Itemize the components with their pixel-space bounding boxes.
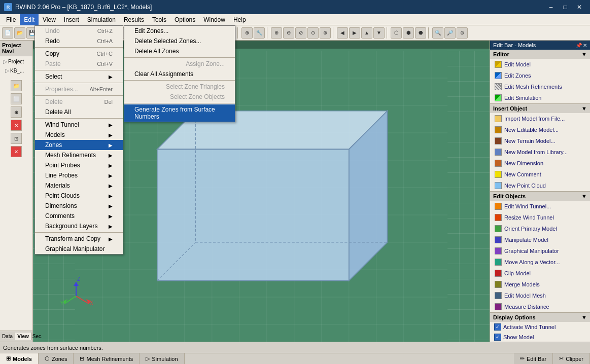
menu-window[interactable]: Window (199, 14, 229, 25)
tb-btn25[interactable]: ▲ (361, 27, 372, 39)
menu-view[interactable]: View (39, 14, 60, 25)
tab-zones[interactable]: ⬡ Zones (39, 353, 74, 365)
edit-objects-header[interactable]: Edit Objects ▼ (490, 192, 590, 201)
panel-edit-zones[interactable]: Edit Zones (490, 70, 590, 81)
dd-undo[interactable]: Undo Ctrl+Z (35, 26, 123, 36)
dd-paste[interactable]: Paste Ctrl+V (35, 59, 123, 69)
dd-models[interactable]: Models ▶ (35, 130, 123, 140)
tab-simulation[interactable]: ▷ Simulation (140, 353, 184, 365)
tb-btn27[interactable]: ⬡ (391, 27, 402, 39)
panel-merge[interactable]: Merge Models (490, 279, 590, 290)
tb-btn31[interactable]: 🔎 (444, 27, 456, 39)
panel-new-comment[interactable]: New Comment (490, 169, 590, 180)
menu-help[interactable]: Help (229, 14, 250, 25)
dd-point-probes[interactable]: Point Probes ▶ (35, 160, 123, 170)
left-icon-3[interactable]: ⊕ (11, 106, 22, 118)
dd-delete-all[interactable]: Delete All (35, 107, 123, 117)
dd-zones[interactable]: Zones ▶ (35, 140, 123, 150)
dd-transform[interactable]: Transform and Copy ▶ (35, 234, 123, 244)
nav-kb[interactable]: ▷ KB_... (1, 66, 31, 75)
panel-new-editable[interactable]: New Editable Model... (490, 124, 590, 135)
tb-btn22[interactable]: ⊛ (320, 27, 331, 39)
tb-btn18[interactable]: ⊕ (271, 27, 282, 39)
panel-edit-model[interactable]: Edit Model (490, 59, 590, 70)
tb-btn26[interactable]: ▼ (373, 27, 385, 39)
panel-move-vector[interactable]: Move Along a Vector... (490, 257, 590, 268)
tab-clipper[interactable]: ✂ Clipper (553, 353, 590, 365)
panel-show-model[interactable]: ✓ Show Model (490, 332, 590, 342)
dd-mesh-ref[interactable]: Mesh Refinements ▶ (35, 150, 123, 160)
dd-redo[interactable]: Redo Ctrl+A (35, 36, 123, 46)
dd-line-probes[interactable]: Line Probes ▶ (35, 170, 123, 180)
dd-materials[interactable]: Materials ▶ (35, 180, 123, 191)
left-icon-5[interactable]: ⊡ (11, 133, 22, 144)
panel-graphical-man[interactable]: Graphical Manipulator (490, 245, 590, 257)
dd-graphical-man[interactable]: Graphical Manipulator (35, 244, 123, 254)
menu-tools[interactable]: Tools (148, 14, 170, 25)
tab-mesh[interactable]: ⊟ Mesh Refinements (74, 353, 140, 365)
dd-wind-tunnel[interactable]: Wind Tunnel ▶ (35, 120, 123, 130)
dd-dimensions[interactable]: Dimensions ▶ (35, 201, 123, 211)
menu-insert[interactable]: Insert (60, 14, 83, 25)
dd-comments[interactable]: Comments ▶ (35, 211, 123, 221)
panel-edit-mesh[interactable]: Edit Mesh Refinements (490, 81, 590, 92)
zones-generate[interactable]: Generate Zones from Surface Numbers (124, 104, 235, 122)
menu-results[interactable]: Results (120, 14, 148, 25)
menu-options[interactable]: Options (170, 14, 199, 25)
menu-edit[interactable]: Edit (20, 14, 39, 25)
tb-open[interactable]: 📂 (14, 27, 25, 39)
dd-bg-layers[interactable]: Background Layers ▶ (35, 221, 123, 231)
panel-clip[interactable]: Clip Model (490, 268, 590, 279)
tab-models[interactable]: ⊞ Models (0, 353, 39, 365)
nav-project[interactable]: ▷ Project (1, 57, 31, 66)
panel-edit-sim[interactable]: Edit Simulation (490, 92, 590, 103)
right-panel-pin[interactable]: 📌 (576, 43, 582, 48)
panel-new-terrain[interactable]: New Terrain Model... (490, 135, 590, 147)
tb-btn32[interactable]: ⊜ (457, 27, 468, 39)
right-panel-close[interactable]: ✕ (583, 43, 587, 48)
zones-select-tri[interactable]: Select Zone Triangles (124, 82, 235, 92)
insert-header[interactable]: Insert Object ▼ (490, 104, 590, 113)
panel-activate-wind[interactable]: ✓ Activate Wind Tunnel (490, 322, 590, 332)
maximize-button[interactable]: □ (559, 2, 572, 12)
close-button[interactable]: ✕ (573, 2, 586, 12)
display-options-header[interactable]: Display Options ▼ (490, 313, 590, 322)
panel-edit-wind[interactable]: Edit Wind Tunnel... (490, 201, 590, 212)
tb-btn21[interactable]: ⊙ (307, 27, 319, 39)
left-icon-6[interactable]: ✕ (11, 146, 22, 157)
zones-edit[interactable]: Edit Zones... (124, 26, 235, 36)
left-tab-data[interactable]: Data (0, 333, 15, 340)
dd-select[interactable]: Select ▶ (35, 71, 123, 82)
dd-point-clouds[interactable]: Point Clouds ▶ (35, 191, 123, 201)
tb-btn30[interactable]: 🔍 (432, 27, 443, 39)
panel-orient-primary[interactable]: Orient Primary Model (490, 223, 590, 234)
menu-simulation[interactable]: Simulation (83, 14, 120, 25)
tb-btn28[interactable]: ⬢ (403, 27, 414, 39)
tb-new[interactable]: 📄 (2, 27, 13, 39)
editor-header[interactable]: Editor ▼ (490, 50, 590, 59)
menu-file[interactable]: File (2, 14, 20, 25)
dd-properties[interactable]: Properties... Alt+Enter (35, 84, 123, 94)
panel-edit-modelmesh[interactable]: Edit Model Mesh (490, 290, 590, 301)
left-tab-sections[interactable]: Sec. (31, 333, 44, 340)
dd-delete[interactable]: Delete Del (35, 97, 123, 107)
left-icon-2[interactable]: ⬜ (11, 93, 22, 104)
tb-btn24[interactable]: ▶ (349, 27, 360, 39)
tb-btn16[interactable]: ⊕ (241, 27, 253, 39)
left-icon-1[interactable]: 📁 (11, 80, 22, 91)
zones-delete-selected[interactable]: Delete Selected Zones... (124, 36, 235, 46)
zones-select-obj[interactable]: Select Zone Objects (124, 92, 235, 102)
panel-import-model[interactable]: Import Model from File... (490, 113, 590, 124)
show-model-check[interactable]: ✓ (494, 334, 501, 341)
tb-btn19[interactable]: ⊖ (283, 27, 294, 39)
zones-assign[interactable]: Assign Zone... (124, 59, 235, 69)
tb-btn29[interactable]: ⬣ (415, 27, 426, 39)
activate-wind-check[interactable]: ✓ (494, 323, 501, 331)
minimize-button[interactable]: – (544, 2, 558, 12)
panel-new-dimension[interactable]: New Dimension (490, 158, 590, 169)
zones-delete-all[interactable]: Delete All Zones (124, 46, 235, 56)
left-tab-view[interactable]: View (15, 333, 31, 340)
tb-btn20[interactable]: ⊘ (295, 27, 306, 39)
left-icon-4[interactable]: ✕ (11, 120, 22, 131)
panel-new-library[interactable]: New Model from Library... (490, 147, 590, 158)
